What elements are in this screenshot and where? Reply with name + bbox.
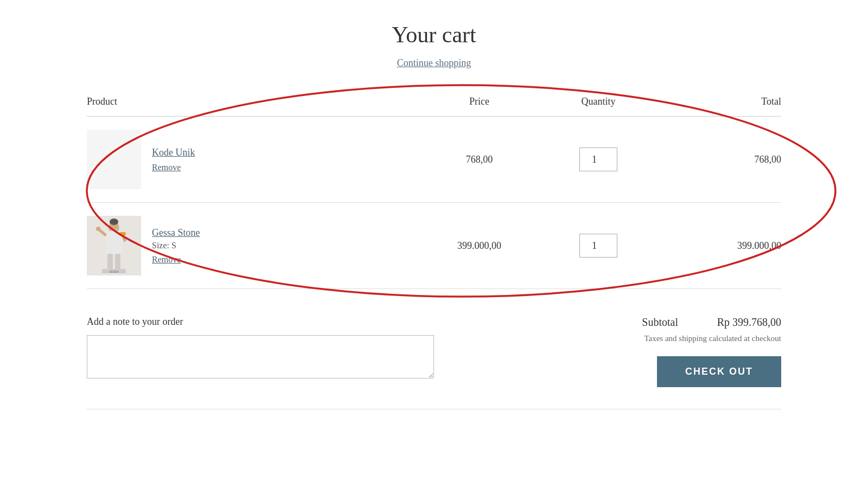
bottom-divider — [87, 409, 781, 409]
continue-shopping-link[interactable]: Continue shopping — [397, 57, 471, 68]
col-header-quantity: Quantity — [543, 91, 653, 117]
quantity-input-gessa[interactable] — [579, 234, 617, 258]
col-header-product: Product — [87, 91, 416, 117]
note-textarea[interactable] — [87, 335, 434, 378]
tax-note: Taxes and shipping calculated at checkou… — [608, 334, 781, 343]
svg-rect-9 — [107, 254, 113, 269]
remove-button-gessa[interactable]: Remove — [152, 255, 200, 265]
svg-rect-13 — [119, 232, 126, 235]
remove-button-kode-unik[interactable]: Remove — [152, 163, 195, 172]
col-header-price: Price — [416, 91, 543, 117]
subtotal-label: Subtotal — [642, 316, 678, 329]
cart-table: Product Price Quantity Total Kode Unik R… — [87, 91, 781, 289]
product-image-gessa: GESSA — [87, 216, 141, 275]
product-total-kode-unik: 768,00 — [654, 117, 781, 203]
table-row: Kode Unik Remove 768,00 768,00 — [87, 117, 781, 203]
page-title: Your cart — [87, 22, 781, 48]
product-size-gessa: Size: S — [152, 241, 200, 251]
col-header-total: Total — [654, 91, 781, 117]
svg-text:GESSA: GESSA — [109, 270, 119, 273]
product-name-kode-unik[interactable]: Kode Unik — [152, 147, 195, 158]
product-price-gessa: 399.000,00 — [416, 203, 543, 289]
table-row: GESSA Gessa Stone Size: S Remove — [87, 203, 781, 289]
note-label: Add a note to your order — [87, 316, 586, 328]
product-total-gessa: 399.000,00 — [654, 203, 781, 289]
quantity-input-kode-unik[interactable] — [579, 147, 617, 171]
product-price-kode-unik: 768,00 — [416, 117, 543, 203]
checkout-button[interactable]: CHECK OUT — [657, 356, 781, 387]
product-image-empty — [87, 130, 141, 189]
product-name-gessa[interactable]: Gessa Stone — [152, 227, 200, 239]
subtotal-value: Rp 399.768,00 — [694, 316, 781, 329]
svg-point-7 — [96, 227, 100, 231]
svg-rect-10 — [115, 254, 120, 269]
svg-point-4 — [110, 219, 118, 225]
